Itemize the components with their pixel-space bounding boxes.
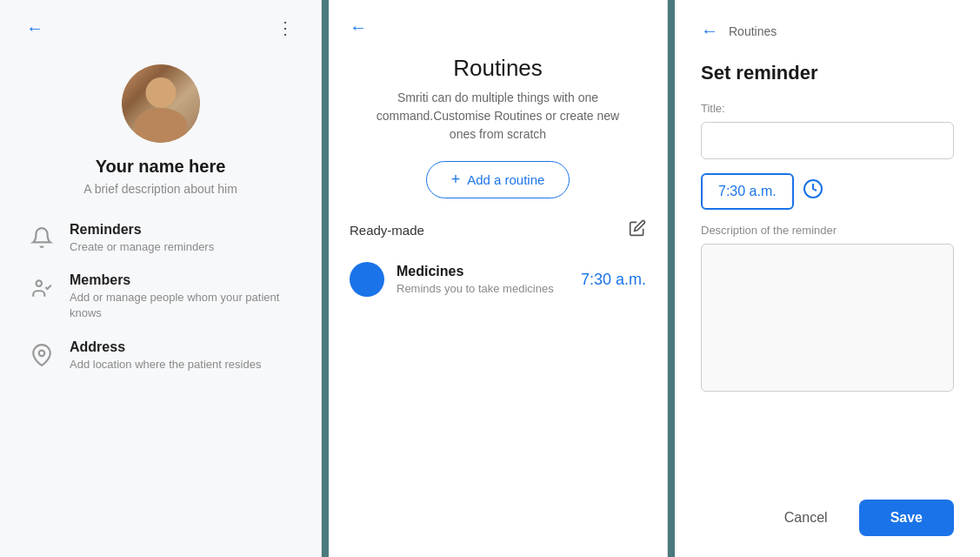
address-text: Address Add location where the patient r…	[70, 339, 261, 372]
panel1-back-button[interactable]: ←	[26, 18, 43, 38]
panel3-back-button[interactable]: ←	[701, 21, 718, 41]
location-icon	[26, 339, 57, 371]
ready-made-section-header: Ready-made	[350, 219, 646, 241]
reminders-subtitle: Create or manage reminders	[70, 239, 214, 255]
time-row: 7:30 a.m.	[701, 173, 954, 210]
divider-1	[322, 0, 329, 557]
sidebar-item-reminders[interactable]: Reminders Create or manage reminders	[26, 222, 295, 255]
title-input[interactable]	[701, 122, 954, 159]
plus-icon: +	[451, 171, 461, 189]
action-row: Cancel Save	[701, 482, 954, 536]
routine-item-medicines[interactable]: Medicines Reminds you to take medicines …	[350, 253, 646, 305]
profile-panel: ← ⋮ Your name here A brief description a…	[0, 0, 322, 557]
members-title: Members	[70, 272, 295, 288]
cancel-button[interactable]: Cancel	[767, 501, 845, 534]
routine-info: Medicines Reminds you to take medicines	[397, 264, 554, 295]
members-subtitle: Add or manage people whom your patient k…	[70, 290, 295, 321]
add-routine-button[interactable]: + Add a routine	[426, 161, 570, 198]
members-text: Members Add or manage people whom your p…	[70, 272, 295, 321]
divider-2	[668, 0, 675, 557]
add-routine-label: Add a routine	[467, 172, 544, 187]
panel3-nav-label: Routines	[729, 24, 777, 38]
address-title: Address	[70, 339, 261, 355]
routine-dot	[350, 262, 384, 297]
panel1-header: ← ⋮	[26, 17, 295, 38]
menu-list: Reminders Create or manage reminders Mem…	[26, 222, 295, 372]
profile-description: A brief description about him	[83, 182, 237, 196]
reminders-title: Reminders	[70, 222, 214, 238]
svg-point-0	[37, 281, 43, 287]
bell-icon	[26, 222, 57, 253]
profile-name: Your name here	[96, 157, 226, 177]
reminders-text: Reminders Create or manage reminders	[70, 222, 214, 255]
avatar	[122, 64, 200, 143]
svg-point-1	[39, 350, 45, 356]
routines-top: Routines Smriti can do multiple things w…	[350, 55, 646, 219]
panel1-more-button[interactable]: ⋮	[277, 17, 295, 38]
save-button[interactable]: Save	[859, 500, 954, 536]
desc-field-label: Description of the reminder	[701, 224, 954, 237]
routine-left: Medicines Reminds you to take medicines	[350, 262, 554, 297]
description-input[interactable]	[701, 244, 954, 392]
address-subtitle: Add location where the patient resides	[70, 357, 261, 372]
panel3-header: ← Routines	[701, 21, 954, 41]
routines-title: Routines	[453, 55, 543, 82]
routine-desc: Reminds you to take medicines	[397, 282, 554, 295]
set-reminder-panel: ← Routines Set reminder Title: 7:30 a.m.…	[675, 0, 980, 557]
edit-icon[interactable]	[629, 219, 646, 241]
set-reminder-title: Set reminder	[701, 62, 954, 84]
routine-time: 7:30 a.m.	[581, 271, 646, 289]
sidebar-item-members[interactable]: Members Add or manage people whom your p…	[26, 272, 295, 321]
routine-name: Medicines	[397, 264, 554, 279]
routines-subtitle: Smriti can do multiple things with one c…	[350, 89, 646, 144]
sidebar-item-address[interactable]: Address Add location where the patient r…	[26, 339, 295, 372]
clock-icon[interactable]	[803, 178, 823, 205]
avatar-image	[122, 64, 200, 143]
ready-made-label: Ready-made	[350, 223, 424, 238]
title-field-label: Title:	[701, 102, 954, 115]
routines-list-panel: ← Routines Smriti can do multiple things…	[329, 0, 668, 557]
panel2-header: ←	[350, 17, 646, 37]
panel2-back-button[interactable]: ←	[350, 17, 367, 37]
time-button[interactable]: 7:30 a.m.	[701, 173, 794, 210]
members-icon	[26, 272, 57, 304]
